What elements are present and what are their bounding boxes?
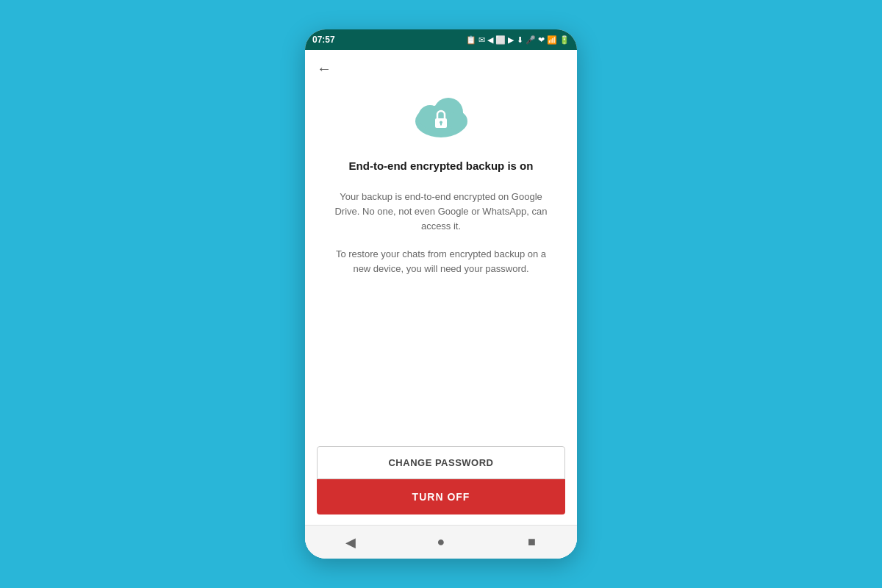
app-content: ← bbox=[305, 50, 577, 559]
svg-rect-6 bbox=[440, 123, 442, 126]
description-2: To restore your chats from encrypted bac… bbox=[327, 247, 555, 276]
notification-icons: 📋 ✉ ◀ ⬜ ▶ bbox=[466, 35, 514, 45]
main-area: End-to-end encrypted backup is on Your b… bbox=[305, 83, 577, 437]
turn-off-button[interactable]: TURN OFF bbox=[317, 479, 565, 514]
page-title: End-to-end encrypted backup is on bbox=[349, 159, 534, 173]
status-icons: 📋 ✉ ◀ ⬜ ▶ ⬇ 🎤 ❤ 📶 🔋 bbox=[466, 35, 570, 45]
description-1: Your backup is end-to-end encrypted on G… bbox=[327, 190, 555, 234]
back-button[interactable]: ← bbox=[317, 60, 331, 77]
cloud-icon-wrapper bbox=[408, 90, 474, 146]
android-nav-bar: ◀ ● ■ bbox=[305, 525, 577, 559]
nav-back-button[interactable]: ◀ bbox=[336, 528, 365, 557]
nav-home-button[interactable]: ● bbox=[426, 528, 456, 557]
svg-point-3 bbox=[448, 112, 467, 131]
status-time: 07:57 bbox=[312, 35, 335, 45]
bottom-actions: CHANGE PASSWORD TURN OFF bbox=[305, 437, 577, 525]
cloud-lock-icon bbox=[408, 90, 474, 146]
phone-frame: 07:57 📋 ✉ ◀ ⬜ ▶ ⬇ 🎤 ❤ 📶 🔋 ← bbox=[305, 29, 577, 559]
system-icons: ⬇ 🎤 ❤ 📶 🔋 bbox=[517, 35, 570, 45]
status-bar: 07:57 📋 ✉ ◀ ⬜ ▶ ⬇ 🎤 ❤ 📶 🔋 bbox=[305, 29, 577, 50]
app-header: ← bbox=[305, 50, 577, 83]
nav-recents-button[interactable]: ■ bbox=[517, 528, 546, 557]
change-password-button[interactable]: CHANGE PASSWORD bbox=[317, 446, 565, 479]
